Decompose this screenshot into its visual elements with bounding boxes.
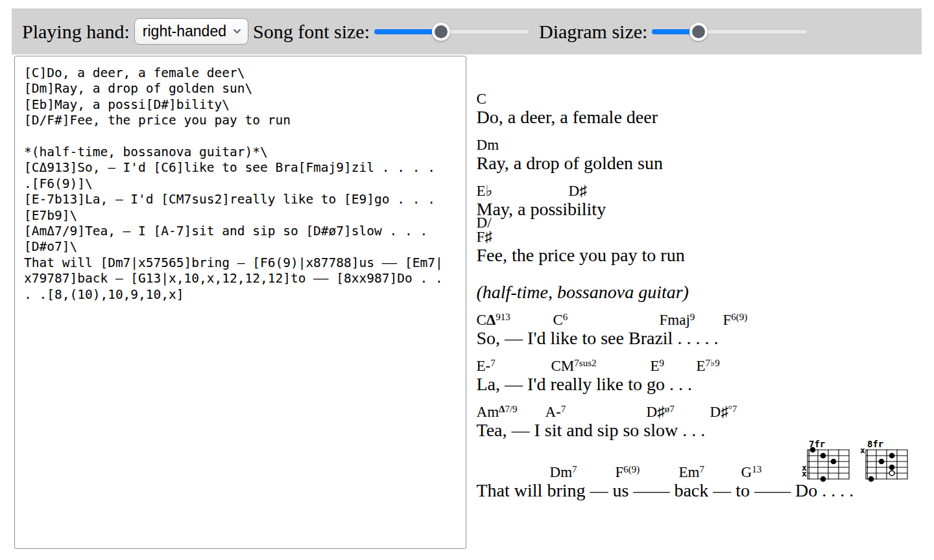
- slider-thumb[interactable]: [689, 23, 708, 41]
- chord-symbol: G13: [741, 461, 762, 481]
- chord-symbol: F6(9): [616, 461, 640, 481]
- slider-thumb[interactable]: [432, 23, 450, 41]
- lyric-line: Ray, a drop of golden sun: [477, 154, 934, 173]
- chord-symbol: CM7sus2: [551, 355, 597, 375]
- song-line: C Do, a deer, a female deer: [477, 89, 934, 127]
- song-line: Dm Ray, a drop of golden sun: [477, 135, 934, 173]
- diagram-size-label: Diagram size:: [539, 21, 647, 43]
- chord-symbol: E7♭9: [697, 355, 720, 375]
- slider-fill: [374, 29, 441, 34]
- chord-symbol: C: [477, 91, 486, 108]
- chord-symbol: D♯ø7: [647, 401, 675, 421]
- song-line: E-7 CM7sus2 E9 E7♭9 La, — I'd really lik…: [477, 356, 934, 394]
- playing-hand-label: Playing hand:: [22, 21, 130, 43]
- diagram-size-slider[interactable]: [652, 22, 808, 41]
- chord-symbol: E♭: [477, 183, 493, 200]
- svg-text:x: x: [802, 469, 807, 478]
- chevron-down-icon: [233, 29, 241, 34]
- lyric-line: Do, a deer, a female deer: [477, 108, 934, 127]
- toolbar: Playing hand: right-handed Song font siz…: [12, 8, 922, 54]
- song-line: (half-time, bossanova guitar): [477, 283, 934, 302]
- chord-symbol: D♯°7: [710, 401, 737, 421]
- chord-symbol: A-7: [545, 401, 566, 421]
- chord-symbol: AmΔ7/9: [477, 401, 518, 421]
- song-line: D/ F♯ Fee, the price you pay to run: [477, 228, 934, 265]
- chord-symbol: C6: [553, 309, 568, 329]
- lyric-line: That will bring — us —— back — to —— Do …: [477, 481, 934, 500]
- song-source-editor[interactable]: [C]Do, a deer, a female deer\ [Dm]Ray, a…: [14, 56, 466, 549]
- chord-symbol: Fmaj9: [660, 309, 695, 329]
- chord-symbol: Dm7: [550, 461, 577, 481]
- chord-symbol: Em7: [679, 461, 704, 481]
- song-line: Dm7 F6(9) Em7 G13 7frxx 8frx That will b…: [477, 449, 934, 500]
- chord-diagram: 7frxx: [801, 439, 853, 482]
- song-font-size-label: Song font size:: [253, 21, 370, 43]
- chord-symbol: D♯: [569, 183, 587, 200]
- song-line: CΔ913 C6 Fmaj9 F6(9) So, — I'd like to s…: [477, 310, 934, 348]
- song-font-size-slider[interactable]: [374, 22, 530, 41]
- lyric-line: So, — I'd like to see Brazil . . . . .: [477, 329, 934, 348]
- lyric-line: La, — I'd really like to go . . .: [477, 375, 934, 394]
- chord-symbol: E9: [651, 355, 665, 375]
- chord-symbol: F6(9): [723, 309, 748, 329]
- song-line: E♭ D♯ May, a possibility: [477, 181, 934, 219]
- chord-diagram: 8frx: [859, 439, 911, 482]
- comment-line: (half-time, bossanova guitar): [477, 283, 934, 302]
- svg-text:x: x: [860, 445, 865, 455]
- main-area: [C]Do, a deer, a female deer\ [Dm]Ray, a…: [14, 56, 934, 549]
- chord-symbol: E-7: [477, 355, 496, 375]
- song-line: AmΔ7/9 A-7 D♯ø7 D♯°7 Tea, — I sit and si…: [477, 402, 934, 440]
- svg-text:8fr: 8fr: [867, 439, 883, 449]
- chord-symbol: F♯: [477, 229, 492, 246]
- chord-symbol: Dm: [477, 137, 499, 154]
- playing-hand-value: right-handed: [143, 23, 226, 40]
- lyric-line: Fee, the price you pay to run: [477, 246, 934, 265]
- chord-symbol: CΔ913: [477, 309, 510, 329]
- line-spacer: [477, 274, 934, 283]
- lyric-line: Tea, — I sit and sip so slow . . .: [477, 421, 934, 440]
- playing-hand-select[interactable]: right-handed: [134, 18, 248, 45]
- rendered-song-panel: C Do, a deer, a female deer Dm Ray, a dr…: [477, 56, 934, 509]
- lyric-line: May, a possibility: [477, 200, 934, 219]
